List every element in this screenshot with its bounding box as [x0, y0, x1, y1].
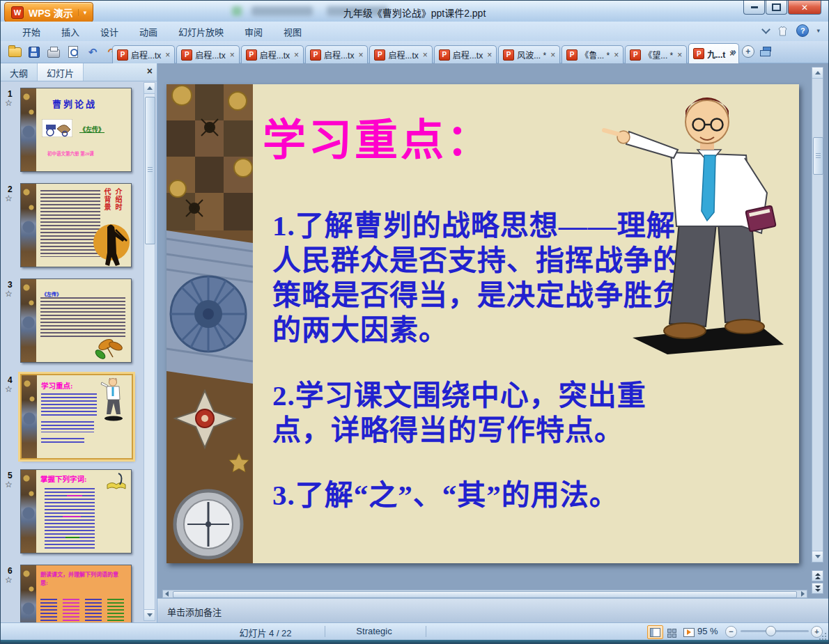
status-divider [426, 626, 426, 637]
zoom-in-button[interactable]: + [811, 626, 823, 638]
zoom-slider-handle[interactable] [766, 626, 776, 636]
slide-thumbnail-4-selected[interactable]: 4 ☆ 学习重点: [1, 374, 144, 460]
thumbnail-frame[interactable]: 《左传》 [20, 278, 132, 363]
document-tab[interactable]: P《鲁... *× [561, 45, 623, 63]
document-tab[interactable]: P启程...tx× [176, 45, 239, 63]
resize-grip[interactable] [825, 633, 826, 634]
horizontal-scrollbar[interactable] [162, 590, 807, 598]
tab-close-icon[interactable]: × [165, 50, 170, 60]
tab-close-icon[interactable]: × [358, 50, 363, 60]
thumbnail-frame-selected[interactable]: 学习重点: [20, 374, 133, 460]
scroll-down-button[interactable] [144, 609, 155, 620]
slide-thumbnail-5[interactable]: 5 ☆ 掌握下列字词: [1, 469, 144, 556]
scroll-up-button[interactable] [812, 68, 823, 79]
slide-thumbnail-1[interactable]: 1 ☆ 曹刿论战 《左传》 初中语文第六册 第20课 [1, 88, 144, 174]
slideshow-icon [683, 628, 695, 637]
tab-outline[interactable]: 大纲 [1, 63, 38, 81]
print-button[interactable] [47, 45, 61, 60]
document-tab[interactable]: P启程...tx× [241, 45, 304, 63]
scrollbar-grip [816, 153, 821, 154]
more-options-caret-icon[interactable]: ▾ [816, 27, 820, 34]
skin-shirt-icon[interactable] [777, 26, 789, 36]
tab-insert[interactable]: 插入 [51, 22, 90, 42]
thumb-vertical-title-right: 介绍时 [113, 188, 123, 211]
tab-review[interactable]: 审阅 [234, 22, 273, 42]
document-tab[interactable]: P启程...tx× [305, 45, 368, 63]
slide-bullet-2[interactable]: 2.学习课文围绕中心，突出重点，详略得当的写作特点。 [272, 378, 697, 448]
wps-app-menu-button[interactable]: W WPS 演示 ▾ [4, 2, 93, 22]
undo-button[interactable]: ↶ [86, 45, 100, 60]
thumbnail-frame[interactable]: 掌握下列字词: [20, 469, 132, 553]
document-tab[interactable]: P启程...tx× [434, 45, 497, 63]
tab-view[interactable]: 视图 [273, 22, 312, 42]
normal-view-button[interactable] [647, 625, 663, 639]
slide-decor-strip [166, 84, 253, 563]
previous-slide-button[interactable] [812, 570, 823, 581]
print-preview-button[interactable] [66, 45, 80, 60]
slideshow-button[interactable] [681, 625, 697, 639]
slide-panel: 大纲 幻灯片 × 1 ☆ 曹刿论战 《左传》 初中语文第六册 第20课 [1, 63, 157, 622]
tab-close-icon[interactable]: × [487, 50, 492, 60]
arrow-right-icon[interactable] [801, 591, 805, 597]
document-tab[interactable]: P《望... *× [625, 45, 687, 63]
animation-star-icon: ☆ [5, 289, 13, 299]
help-icon[interactable]: ? [796, 24, 809, 37]
tab-label: 《鲁... * [580, 49, 610, 61]
minimize-button[interactable] [743, 1, 765, 15]
save-button[interactable] [27, 45, 41, 60]
slide-bullet-3[interactable]: 3.了解“之”、“其”的用法。 [272, 478, 760, 512]
vertical-scrollbar[interactable] [812, 67, 823, 563]
tab-close-icon[interactable]: × [294, 50, 299, 60]
document-tab[interactable]: P启程...tx× [369, 45, 432, 63]
animation-star-icon: ☆ [5, 384, 13, 394]
pointing-man-clipart-mini [100, 378, 125, 421]
new-tab-button[interactable]: + [742, 45, 754, 58]
thumbnail-frame[interactable]: 曹刿论战 《左传》 初中语文第六册 第20课 [20, 88, 132, 172]
zoom-out-button[interactable]: − [725, 626, 737, 638]
tab-label: 启程...tx [195, 49, 225, 61]
scroll-tabs-right-button[interactable]: » [731, 46, 736, 57]
ppt-file-icon: P [439, 49, 450, 61]
tab-close-icon[interactable]: × [614, 50, 619, 60]
tab-label: 启程...tx [324, 49, 354, 61]
tab-design[interactable]: 设计 [90, 22, 129, 42]
collapse-ribbon-icon[interactable] [762, 25, 771, 34]
tab-close-icon[interactable]: × [423, 50, 428, 60]
tab-close-icon[interactable]: × [677, 50, 682, 60]
tab-home[interactable]: 开始 [12, 22, 51, 42]
scrollbar-thumb[interactable] [813, 137, 823, 175]
ppt-file-icon: P [374, 49, 385, 61]
tab-animation[interactable]: 动画 [129, 22, 168, 42]
thumb-list-text [45, 488, 95, 549]
thumbnail-scrollbar[interactable] [144, 82, 155, 621]
window-title: 九年级《曹刿论战》ppt课件2.ppt [175, 6, 654, 19]
scrollbar-thumb[interactable] [145, 97, 155, 244]
current-slide[interactable]: 学习重点： 1.了解曹刿的战略思想——理解人民群众是否支持、指挥战争的策略是否得… [166, 84, 799, 563]
scroll-down-button[interactable] [812, 551, 823, 562]
open-button[interactable] [8, 45, 22, 60]
slide-thumbnail-3[interactable]: 3 ☆ 《左传》 [1, 278, 144, 365]
slide-title[interactable]: 学习重点： [263, 105, 493, 168]
slide-thumbnail-2[interactable]: 2 ☆ 代背景 介绍时 [1, 183, 144, 269]
notes-pane[interactable]: 单击添加备注 [157, 598, 829, 622]
thumb-title: 掌握下列字词: [40, 473, 87, 484]
arrow-left-icon[interactable] [165, 591, 169, 597]
scrollbar-thumb[interactable] [173, 591, 797, 598]
document-tab[interactable]: P启程...tx× [112, 45, 175, 63]
scroll-up-button[interactable] [144, 83, 155, 94]
maximize-button[interactable] [766, 1, 787, 15]
close-button[interactable]: ✕ [788, 1, 821, 15]
panel-close-icon[interactable]: × [147, 65, 153, 77]
tab-close-icon[interactable]: × [230, 50, 235, 60]
thumbnail-frame[interactable]: 代背景 介绍时 [20, 183, 132, 267]
tab-slideshow[interactable]: 幻灯片放映 [168, 22, 234, 42]
slide-sorter-button[interactable] [664, 625, 680, 639]
tab-close-icon[interactable]: × [550, 50, 555, 60]
document-tab[interactable]: P风波... *× [498, 45, 560, 63]
notes-placeholder[interactable]: 单击添加备注 [167, 607, 222, 618]
tab-slides[interactable]: 幻灯片 [38, 63, 84, 81]
window-controls: ✕ [743, 1, 821, 15]
double-up-icon [815, 573, 821, 576]
tab-list-icon[interactable] [760, 47, 771, 56]
next-slide-button[interactable] [812, 583, 823, 594]
